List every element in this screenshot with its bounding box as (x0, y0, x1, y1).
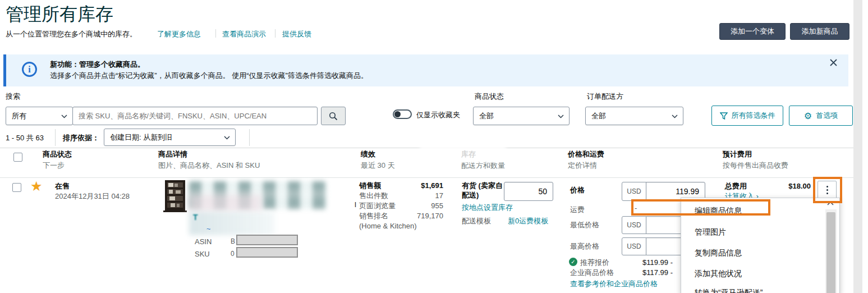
menu-scrollbar-thumb[interactable] (826, 212, 835, 293)
close-icon[interactable] (829, 58, 838, 67)
divider (275, 29, 275, 38)
product-status-select[interactable]: 全部 (473, 107, 570, 125)
units-sold-label: 售出件数 (359, 191, 388, 200)
info-banner: i 新功能：管理多个收藏商品。 选择多个商品并点击“标记为收藏”，从而收藏多个商… (3, 54, 848, 86)
shipping-template-link[interactable]: 新0运费模板 (508, 216, 548, 226)
add-new-product-button[interactable]: 添加新商品 (790, 23, 849, 40)
row-checkbox[interactable] (12, 183, 21, 192)
quantity-input[interactable] (504, 182, 553, 201)
col-status-sub: 下一步 (43, 161, 65, 171)
set-inventory-by-location-link[interactable]: 按地点设置库存 (462, 203, 513, 212)
menu-item-convert-fba[interactable]: 转换为“亚马逊配送” (695, 288, 763, 293)
divider (215, 29, 216, 38)
shipping-fee-label: 运费 (570, 205, 585, 214)
row-date: 2024年12月31日 04:28 (55, 191, 130, 201)
fulfillment-value: 全部 (591, 111, 606, 121)
check-circle-icon: ✓ (569, 258, 577, 266)
favorite-star-icon[interactable]: ★ (30, 178, 43, 194)
sales-rank-value: 719,170 (387, 211, 443, 221)
manage-inventory-page: 管理所有库存 从一个位置管理您在多个商城中的库存。 了解更多信息 查看商品演示 … (0, 0, 868, 293)
redaction-blur (189, 212, 274, 235)
divider (55, 129, 56, 146)
favorites-only-toggle[interactable] (393, 109, 412, 119)
chevron-down-icon (224, 136, 230, 140)
sales-rank-label: 销售排名 (359, 211, 388, 221)
max-price-label: 最高价格 (570, 241, 599, 251)
fulfillment-select[interactable]: 全部 (585, 107, 683, 125)
row-status: 在售 (55, 181, 70, 191)
preferences-label: 首选项 (816, 111, 838, 121)
feedback-link[interactable]: 提供反馈 (282, 29, 311, 39)
featured-offer-label: 推荐报价 (580, 258, 609, 267)
blurred-text-fragment: T (193, 213, 198, 222)
rank-category: (Home & Kitchen) (359, 221, 417, 231)
page-title: 管理所有库存 (6, 2, 113, 27)
sku-label: SKU (195, 249, 210, 259)
text-fragment: l (355, 200, 356, 209)
search-button[interactable] (321, 107, 346, 125)
sku-fragment: 0 (231, 250, 235, 258)
menu-item-copy-listing[interactable]: 复制商品信息 (695, 248, 742, 258)
search-icon (329, 112, 338, 121)
reference-price-link[interactable]: 查看参考价和企业商品价格 (570, 279, 658, 289)
toggle-knob (394, 111, 401, 117)
annotation-box-kebab (813, 177, 842, 203)
annotation-box-edit-listing (631, 199, 770, 216)
business-price-value: $117.99 - (642, 268, 673, 277)
min-price-label: 最低价格 (570, 220, 599, 230)
total-fees-value: $18.00 (755, 181, 811, 191)
gear-icon: ⚙ (804, 111, 812, 121)
currency-prefix: USD (622, 182, 646, 201)
select-all-checkbox[interactable] (13, 153, 22, 162)
units-sold-value: 17 (387, 191, 443, 200)
all-filters-button[interactable]: 所有筛选条件 (711, 106, 783, 126)
col-fees-title: 预计费用 (723, 149, 752, 159)
sales-value: $1,691 (387, 181, 443, 190)
col-fees-sub: 按每件售出商品收费 (723, 161, 788, 171)
col-status-title: 商品状态 (43, 149, 72, 159)
redaction-blur (417, 145, 508, 163)
view-demo-link[interactable]: 查看商品演示 (222, 29, 266, 39)
chevron-down-icon (61, 115, 67, 118)
search-input[interactable] (72, 107, 318, 125)
blurred-text-fragment: ~ (206, 225, 211, 233)
col-price-sub: 定价详情 (568, 161, 597, 171)
page-views-value: 955 (387, 201, 443, 210)
shipping-template-label: 配送模板 (462, 216, 491, 226)
search-scope-select[interactable]: 所有 (6, 107, 73, 125)
banner-title: 新功能：管理多个收藏商品。 (50, 59, 145, 69)
currency-prefix: USD (622, 237, 646, 255)
product-image[interactable] (162, 180, 188, 213)
redaction-blur (189, 195, 262, 213)
sort-by-label: 排序依据： (63, 133, 99, 143)
col-details-sub: 图片、商品名称、ASIN 和 SKU (158, 161, 260, 171)
sort-select[interactable]: 创建日期: 从新到旧 (104, 129, 236, 146)
col-price-title: 价格和运费 (568, 149, 604, 159)
add-variant-button[interactable]: 添加一个变体 (719, 23, 786, 40)
col-details-title: 商品详情 (158, 149, 187, 159)
all-filters-label: 所有筛选条件 (732, 111, 775, 121)
search-scope-value: 所有 (12, 111, 26, 121)
sales-label: 销售额 (359, 181, 381, 190)
menu-item-manage-images[interactable]: 管理图片 (695, 227, 726, 237)
page-subtitle: 从一个位置管理您在多个商城中的库存。 (6, 29, 137, 39)
page-scrollbar[interactable] (853, 0, 862, 293)
featured-offer-value: $119.99 - (642, 258, 673, 267)
currency-prefix: USD (622, 216, 646, 234)
product-status-value: 全部 (479, 111, 494, 121)
learn-more-link[interactable]: 了解更多信息 (157, 29, 201, 39)
preferences-button[interactable]: ⚙ 首选项 (789, 106, 853, 126)
search-label: 搜索 (6, 91, 20, 101)
funnel-icon (720, 112, 728, 120)
divider (249, 129, 250, 146)
asin-fragment: B (231, 237, 235, 246)
product-status-label: 商品状态 (475, 91, 504, 101)
chevron-down-icon (558, 115, 564, 118)
chevron-down-icon (672, 115, 678, 118)
redacted-sku-value (236, 247, 298, 258)
business-price-label: 企业商品价格 (570, 268, 614, 277)
menu-item-add-condition[interactable]: 添加其他状况 (695, 269, 742, 279)
redacted-asin-value (236, 235, 298, 245)
divider (0, 177, 853, 178)
total-fees-label: 总费用 (725, 181, 747, 191)
